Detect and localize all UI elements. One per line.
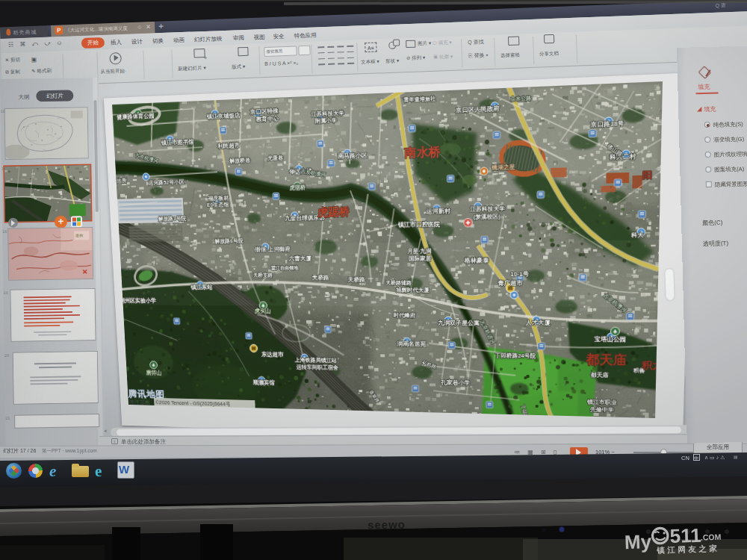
svg-text:seewo: seewo bbox=[368, 518, 406, 532]
svg-text:511: 511 bbox=[669, 524, 701, 547]
svg-text:.COM: .COM bbox=[701, 532, 722, 542]
svg-text:✕: ✕ bbox=[82, 268, 88, 276]
svg-text:镇江网友之家: 镇江网友之家 bbox=[656, 544, 719, 555]
svg-text:My: My bbox=[624, 530, 652, 553]
